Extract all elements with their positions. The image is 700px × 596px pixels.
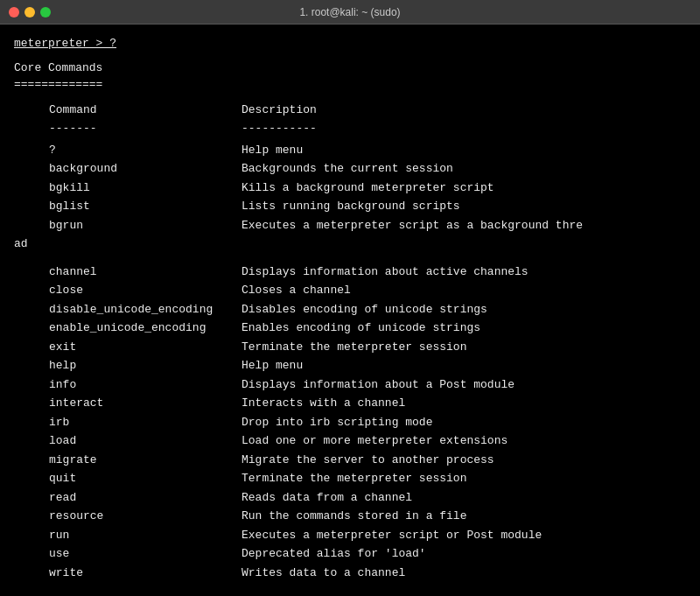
cmd-cell: write xyxy=(14,564,242,583)
desc-cell: Displays information about a Post module xyxy=(242,375,686,395)
desc-cell: Closes a channel xyxy=(242,281,686,300)
table-divider-row: ------- ----------- xyxy=(14,119,686,141)
table-row: quit Terminate the meterpreter session xyxy=(14,469,686,488)
cmd-cell: enable_unicode_encoding xyxy=(14,319,242,338)
desc-cell: Writes data to a channel xyxy=(242,564,686,583)
cmd-cell: irb xyxy=(14,413,242,432)
desc-cell: Drop into irb scripting mode xyxy=(242,413,686,432)
title-bar: 1. root@kali: ~ (sudo) xyxy=(0,0,700,25)
table-row: load Load one or more meterpreter extens… xyxy=(14,431,686,451)
section-title: Core Commands xyxy=(14,60,686,77)
table-row: migrate Migrate the server to another pr… xyxy=(14,451,686,470)
minimize-button[interactable] xyxy=(24,7,35,18)
desc-cell: Migrate the server to another process xyxy=(242,451,686,470)
window-title: 1. root@kali: ~ (sudo) xyxy=(299,6,400,18)
prompt-text: meterpreter > ? xyxy=(14,37,116,50)
table-row: disable_unicode_encoding Disables encodi… xyxy=(14,300,686,319)
table-row: info Displays information about a Post m… xyxy=(14,375,686,395)
desc-cell: Deprecated alias for 'load' xyxy=(242,544,686,564)
table-row: ? Help menu xyxy=(14,141,686,160)
desc-cell: Terminate the meterpreter session xyxy=(242,469,686,488)
cmd-cell: migrate xyxy=(14,451,242,470)
cmd-cell: info xyxy=(14,375,242,395)
cmd-cell: bgkill xyxy=(14,179,242,198)
cmd-cell: disable_unicode_encoding xyxy=(14,300,242,319)
commands-table: Command Description ------- ----------- … xyxy=(14,101,686,583)
cmd-cell: quit xyxy=(14,469,242,488)
table-row: interact Interacts with a channel xyxy=(14,394,686,413)
col-command-header: Command xyxy=(14,101,242,120)
desc-cell: Help menu xyxy=(242,356,686,375)
table-spacer xyxy=(14,254,686,263)
cmd-cell: use xyxy=(14,544,242,564)
table-row: exit Terminate the meterpreter session xyxy=(14,338,686,357)
cmd-cell: close xyxy=(14,281,242,300)
col-command-divider: ------- xyxy=(14,119,242,141)
terminal: meterpreter > ? Core Commands ==========… xyxy=(0,25,700,596)
table-row: help Help menu xyxy=(14,356,686,375)
desc-cell: Disables encoding of unicode strings xyxy=(242,300,686,319)
table-row: irb Drop into irb scripting mode xyxy=(14,413,686,432)
desc-cell: Reads data from a channel xyxy=(242,488,686,508)
table-row: bgkill Kills a background meterpreter sc… xyxy=(14,179,686,198)
desc-cell: Help menu xyxy=(242,141,686,160)
window-controls xyxy=(9,7,51,18)
cmd-cell: read xyxy=(14,488,242,508)
desc-cell: Executes a meterpreter script or Post mo… xyxy=(242,526,686,545)
cmd-cell: ? xyxy=(14,141,242,160)
table-header-row: Command Description xyxy=(14,101,686,120)
desc-cell: Lists running background scripts xyxy=(242,197,686,216)
table-row: bgrun Executes a meterpreter script as a… xyxy=(14,216,686,235)
desc-cell: Executes a meterpreter script as a backg… xyxy=(242,216,686,235)
table-row: close Closes a channel xyxy=(14,281,686,300)
desc-cell: Displays information about active channe… xyxy=(242,263,686,282)
table-row: write Writes data to a channel xyxy=(14,564,686,583)
maximize-button[interactable] xyxy=(40,7,51,18)
prompt-line: meterpreter > ? xyxy=(14,35,686,53)
cmd-cell: interact xyxy=(14,394,242,413)
desc-cell: Run the commands stored in a file xyxy=(242,507,686,526)
desc-cell: Enables encoding of unicode strings xyxy=(242,319,686,338)
table-row: run Executes a meterpreter script or Pos… xyxy=(14,526,686,545)
table-row-overflow: ad xyxy=(14,235,686,254)
cmd-cell: channel xyxy=(14,263,242,282)
cmd-cell: bgrun xyxy=(14,216,242,235)
table-row: read Reads data from a channel xyxy=(14,488,686,508)
desc-cell: Terminate the meterpreter session xyxy=(242,338,686,357)
col-description-header: Description xyxy=(242,101,686,120)
cmd-cell: help xyxy=(14,356,242,375)
table-row: use Deprecated alias for 'load' xyxy=(14,544,686,564)
cmd-cell: background xyxy=(14,159,242,179)
table-row: bglist Lists running background scripts xyxy=(14,197,686,216)
table-row: channel Displays information about activ… xyxy=(14,263,686,282)
desc-cell: Kills a background meterpreter script xyxy=(242,179,686,198)
cmd-cell: load xyxy=(14,431,242,451)
col-description-divider: ----------- xyxy=(242,119,686,141)
cmd-cell-overflow: ad xyxy=(14,235,686,254)
cmd-cell: resource xyxy=(14,507,242,526)
desc-cell: Interacts with a channel xyxy=(242,394,686,413)
table-row: resource Run the commands stored in a fi… xyxy=(14,507,686,526)
cmd-cell: bglist xyxy=(14,197,242,216)
table-row: enable_unicode_encoding Enables encoding… xyxy=(14,319,686,338)
cmd-cell: run xyxy=(14,526,242,545)
cmd-cell: exit xyxy=(14,338,242,357)
section-divider: ============= xyxy=(14,76,686,94)
table-row: background Backgrounds the current sessi… xyxy=(14,159,686,179)
desc-cell: Backgrounds the current session xyxy=(242,159,686,179)
desc-cell: Load one or more meterpreter extensions xyxy=(242,431,686,451)
close-button[interactable] xyxy=(9,7,19,18)
